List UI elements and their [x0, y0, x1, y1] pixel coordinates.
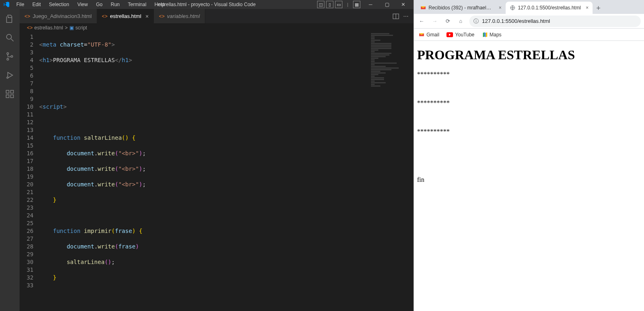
tab-label: variables.html	[167, 13, 200, 19]
layout-icons: ◫ ▯ ▭ | ▦	[317, 1, 360, 8]
activity-bar	[0, 9, 20, 311]
back-button[interactable]: ←	[417, 17, 426, 26]
bookmark-gmail[interactable]: Gmail	[419, 32, 439, 38]
search-icon[interactable]	[4, 32, 16, 43]
close-tab-icon[interactable]: ×	[145, 13, 149, 20]
source-control-icon[interactable]	[4, 51, 16, 62]
menu-edit[interactable]: Edit	[29, 0, 44, 9]
forward-button[interactable]: →	[430, 17, 439, 26]
explorer-icon[interactable]	[4, 13, 16, 25]
breadcrumb-file: estrellas.html	[34, 25, 63, 31]
menu-run[interactable]: Run	[107, 0, 123, 9]
line-gutter: 1234567891011121314151617181920212223242…	[20, 32, 39, 311]
tab-label: Recibidos (392) - mrafhael12@g	[429, 5, 494, 11]
gmail-icon	[419, 32, 424, 38]
svg-point-4	[11, 56, 13, 57]
bookmarks-bar: Gmail YouTube Maps	[414, 29, 644, 41]
youtube-icon	[446, 32, 453, 37]
menu-selection[interactable]: Selection	[46, 0, 72, 9]
svg-line-1	[11, 39, 13, 41]
maximize-button[interactable]: ▢	[380, 0, 394, 9]
tab-label: 127.0.0.1:5500/estrellas.html	[518, 5, 581, 11]
minimize-button[interactable]: ─	[364, 0, 378, 9]
code-lines: <meta charset="UTF-8"> <h1>PROGRAMA ESTR…	[39, 32, 413, 311]
close-window-button[interactable]: ✕	[396, 0, 410, 9]
home-button[interactable]: ⌂	[456, 17, 465, 26]
svg-point-0	[7, 34, 11, 39]
svg-point-3	[7, 58, 9, 60]
window-title: estrellas.html - proyecto - Visual Studi…	[158, 2, 256, 7]
html-icon: <>	[159, 13, 164, 19]
layout-sidebar-icon[interactable]: ▯	[326, 1, 333, 8]
menu-view[interactable]: View	[74, 0, 91, 9]
vscode-logo-icon	[3, 1, 10, 8]
svg-rect-7	[6, 90, 9, 93]
browser-window: Recibidos (392) - mrafhael12@g × 127.0.0…	[413, 0, 644, 311]
browser-toolbar: ← → ⟳ ⌂ ⓘ 127.0.0.1:5500/estrellas.html	[414, 14, 644, 29]
titlebar: File Edit Selection View Go Run Terminal…	[0, 0, 413, 9]
svg-rect-9	[11, 95, 13, 98]
debug-icon[interactable]	[4, 69, 16, 81]
svg-point-2	[7, 53, 9, 54]
editor-area: <>Juego_Adivinacion3.html <>estrellas.ht…	[20, 9, 413, 311]
url-bar[interactable]: ⓘ 127.0.0.1:5500/estrellas.html	[469, 16, 641, 27]
minimap[interactable]	[371, 33, 408, 156]
html-icon: <>	[102, 13, 108, 19]
maps-icon	[482, 32, 488, 38]
breadcrumb[interactable]: <> estrellas.html > ▣ script	[20, 23, 413, 32]
fin-text: fin	[417, 176, 641, 183]
vscode-window: File Edit Selection View Go Run Terminal…	[0, 0, 413, 311]
svg-rect-10	[11, 90, 13, 93]
page-content: PROGRAMA ESTRELLAS ********** **********…	[414, 41, 644, 311]
browser-tab-gmail[interactable]: Recibidos (392) - mrafhael12@g ×	[416, 2, 506, 14]
editor-tabs: <>Juego_Adivinacion3.html <>estrellas.ht…	[20, 9, 413, 23]
gmail-icon	[420, 5, 426, 11]
url-text: 127.0.0.1:5500/estrellas.html	[482, 18, 550, 24]
svg-marker-5	[8, 72, 13, 78]
bookmark-label: Gmail	[426, 32, 439, 38]
browser-tabs: Recibidos (392) - mrafhael12@g × 127.0.0…	[414, 0, 644, 14]
layout-bottom-icon[interactable]: ▭	[335, 1, 342, 8]
layout-grid-icon[interactable]: ▦	[353, 1, 360, 8]
symbol-icon: ▣	[69, 25, 74, 31]
stars-row-3: **********	[417, 128, 641, 135]
tab-label: estrellas.html	[110, 13, 142, 19]
html-icon: <>	[27, 25, 33, 31]
code-editor[interactable]: 1234567891011121314151617181920212223242…	[20, 32, 413, 311]
tab-juego[interactable]: <>Juego_Adivinacion3.html	[20, 9, 97, 23]
extensions-icon[interactable]	[4, 88, 16, 100]
bookmark-label: Maps	[490, 32, 502, 38]
layout-panel-icon[interactable]: ◫	[317, 1, 324, 8]
window-controls: ─ ▢ ✕	[364, 0, 410, 9]
breadcrumb-sep: >	[65, 25, 68, 31]
globe-icon	[510, 5, 515, 11]
html-icon: <>	[24, 13, 30, 19]
browser-tab-page[interactable]: 127.0.0.1:5500/estrellas.html ×	[506, 2, 593, 14]
page-h1: PROGRAMA ESTRELLAS	[417, 47, 641, 63]
bookmark-label: YouTube	[455, 32, 474, 38]
stars-row-2: **********	[417, 99, 641, 107]
info-icon[interactable]: ⓘ	[473, 18, 479, 25]
svg-rect-8	[6, 95, 9, 98]
tab-label: Juego_Adivinacion3.html	[33, 13, 92, 19]
bookmark-maps[interactable]: Maps	[482, 32, 502, 38]
new-tab-button[interactable]: +	[593, 2, 604, 14]
split-editor-icon[interactable]	[393, 13, 399, 20]
stars-row-1: **********	[417, 71, 641, 78]
bookmark-youtube[interactable]: YouTube	[446, 32, 474, 38]
layout-sep: |	[344, 1, 351, 8]
menu-bar: File Edit Selection View Go Run Terminal…	[13, 0, 168, 9]
tab-estrellas[interactable]: <>estrellas.html×	[97, 9, 154, 23]
breadcrumb-symbol: script	[76, 25, 87, 31]
close-tab-icon[interactable]: ×	[499, 5, 502, 11]
reload-button[interactable]: ⟳	[443, 17, 452, 26]
menu-go[interactable]: Go	[93, 0, 106, 9]
more-actions-icon[interactable]: ⋯	[403, 13, 409, 19]
tab-variables[interactable]: <>variables.html	[154, 9, 205, 23]
close-tab-icon[interactable]: ×	[586, 5, 588, 11]
menu-terminal[interactable]: Terminal	[124, 0, 149, 9]
menu-file[interactable]: File	[13, 0, 27, 9]
